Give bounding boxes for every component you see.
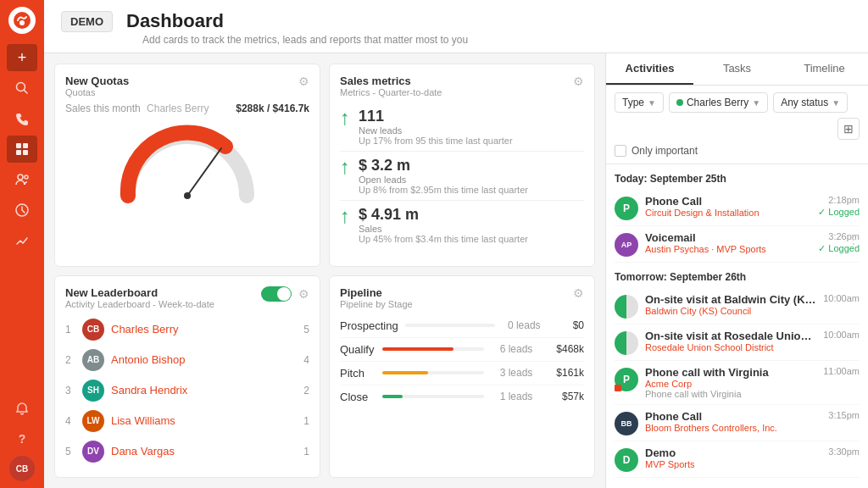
lb-name-2[interactable]: Sandra Hendrix: [111, 384, 297, 396]
lb-score-4: 1: [303, 446, 309, 458]
pipeline-bar-1: [382, 347, 453, 351]
activity-company-2[interactable]: Baldwin City (KS) Council: [645, 306, 816, 316]
user-filter-button[interactable]: Charles Berry ▼: [669, 92, 768, 113]
activity-company-6[interactable]: MVP Sports: [645, 459, 821, 469]
pipeline-row-1: Qualify 6 leads $468k: [340, 338, 584, 362]
important-filter[interactable]: Only important: [615, 145, 860, 157]
activity-details-0: Phone Call Circuit Design & Installation: [645, 195, 811, 218]
leaderboard-toggle[interactable]: [261, 286, 292, 302]
activity-company-3[interactable]: Rosedale Union School District: [645, 342, 816, 352]
metric-change-1: Up 8% from $2.95m this time last quarter: [359, 185, 528, 195]
pipeline-row-2: Pitch 3 leads $161k: [340, 362, 584, 385]
activity-company-5[interactable]: Bloom Brothers Controllers, Inc.: [645, 423, 821, 433]
lb-name-0[interactable]: Charles Berry: [111, 323, 297, 336]
type-filter-button[interactable]: Type ▼: [615, 92, 664, 113]
status-filter-button[interactable]: Any status ▼: [773, 92, 848, 113]
metric-value-0: 111: [359, 108, 513, 125]
pipeline-leads-1: 6 leads: [491, 343, 542, 355]
type-filter-label: Type: [622, 97, 644, 108]
leaderboard-title: New Leaderboard: [65, 286, 214, 299]
sidebar-icon-reports[interactable]: [7, 227, 37, 254]
sidebar-icon-phone[interactable]: [7, 105, 37, 132]
activity-name-0: Phone Call: [645, 195, 811, 208]
list-item: 2 AB Antonio Bishop 4: [65, 345, 309, 375]
list-item: 5 DV Dana Vargas 1: [65, 436, 309, 467]
activity-company-1[interactable]: Austin Psychas · MVP Sports: [645, 244, 811, 254]
pipeline-bar-container-1: [382, 347, 484, 351]
activity-item-2: On-site visit at Baldwin City (KS) ... B…: [615, 288, 860, 324]
sidebar-icon-dashboard[interactable]: [7, 136, 37, 163]
quotas-gear-icon[interactable]: ⚙: [298, 75, 309, 88]
metric-sales: ↑ $ 4.91 m Sales Up 45% from $3.4m this …: [340, 201, 584, 249]
pipeline-gear-icon[interactable]: ⚙: [573, 286, 584, 300]
header: DEMO Dashboard Add cards to track the me…: [44, 0, 868, 53]
activity-icon-0: P: [615, 197, 638, 220]
sidebar-icon-add[interactable]: +: [7, 44, 37, 71]
pipeline-row-0: Prospecting 0 leads $0: [340, 314, 584, 338]
user-avatar[interactable]: CB: [9, 456, 35, 481]
activity-company-0[interactable]: Circuit Design & Installation: [645, 208, 811, 218]
pipeline-bar-container-2: [382, 371, 484, 374]
activity-company-4[interactable]: Acme Corp: [645, 379, 816, 389]
activity-meta-4: 11:00am: [823, 366, 860, 376]
sidebar-icon-notifications[interactable]: [7, 395, 37, 422]
sidebar-icon-search[interactable]: [7, 75, 37, 102]
activity-meta-5: 3:15pm: [828, 410, 860, 420]
user-chevron-icon: ▼: [752, 98, 760, 108]
arrow-up-icon-1: ↑: [340, 157, 350, 177]
pipeline-stage-2: Pitch: [340, 367, 376, 380]
metric-value-1: $ 3.2 m: [359, 157, 528, 175]
leaderboard-gear-icon[interactable]: ⚙: [298, 287, 309, 301]
tomorrow-header: Tomorrow: September 26th: [615, 263, 860, 288]
svg-point-1: [19, 20, 25, 25]
pipeline-subtitle: Pipeline by Stage: [340, 299, 413, 309]
sales-amount: $288k / $416.7k: [236, 103, 309, 114]
avatar: SH: [82, 380, 104, 402]
pipeline-title: Pipeline: [340, 286, 413, 299]
activity-name-5: Phone Call: [645, 410, 821, 423]
activity-details-6: Demo MVP Sports: [645, 446, 821, 469]
lb-name-4[interactable]: Dana Vargas: [111, 445, 297, 458]
app-logo[interactable]: [8, 7, 36, 34]
metrics-list: ↑ 111 New leads Up 17% from 95 this time…: [340, 103, 584, 249]
pipeline-list: Prospecting 0 leads $0 Qualify 6 leads $…: [340, 314, 584, 408]
activity-note-4: Phone call with Virginia: [645, 389, 816, 399]
metric-label-0: New leads: [359, 125, 513, 136]
tab-tasks[interactable]: Tasks: [693, 53, 781, 85]
activity-details-4: Phone call with Virginia Acme Corp Phone…: [645, 366, 816, 399]
activity-time-6: 3:30pm: [828, 446, 860, 457]
grid-view-button[interactable]: ⊞: [837, 118, 860, 140]
sidebar-icon-people[interactable]: [7, 166, 37, 193]
activity-icon-6: D: [615, 448, 638, 472]
lb-name-3[interactable]: Lisa Williams: [111, 414, 297, 427]
activity-time-2: 10:00am: [823, 293, 860, 303]
leaderboard-list: 1 CB Charles Berry 5 2 AB Antonio Bishop…: [65, 314, 309, 467]
arrow-up-icon-2: ↑: [340, 206, 350, 226]
pipeline-amount-0: $0: [547, 319, 584, 331]
activity-name-4: Phone call with Virginia: [645, 366, 816, 379]
more-icon-1[interactable]: ⋮: [848, 233, 860, 247]
metric-label-2: Sales: [359, 224, 528, 234]
activity-time-4: 11:00am: [823, 366, 860, 376]
svg-point-9: [25, 175, 28, 179]
content-area: New Quotas Quotas ⚙ Sales this month Cha…: [44, 53, 868, 488]
activity-item-0: P Phone Call Circuit Design & Installati…: [615, 190, 860, 226]
pipeline-card: Pipeline Pipeline by Stage ⚙ Prospecting…: [329, 275, 595, 479]
activity-details-1: Voicemail Austin Psychas · MVP Sports: [645, 231, 811, 254]
thu-header: Thu, September 27th: [615, 478, 860, 488]
list-item: 1 CB Charles Berry 5: [65, 314, 309, 345]
sidebar-icon-chart[interactable]: [7, 197, 37, 224]
gauge-container: [65, 119, 309, 204]
svg-line-11: [187, 148, 221, 196]
sales-metrics-title: Sales metrics: [340, 75, 442, 87]
sidebar-icon-help[interactable]: ?: [7, 425, 37, 452]
important-checkbox-input[interactable]: [615, 145, 626, 157]
pipeline-bar-3: [382, 395, 403, 398]
activity-meta-2: 10:00am: [823, 293, 860, 303]
tab-timeline[interactable]: Timeline: [781, 53, 868, 85]
bottom-cards-row: New Leaderboard Activity Leaderboard - W…: [54, 275, 595, 479]
top-cards-row: New Quotas Quotas ⚙ Sales this month Cha…: [54, 64, 595, 267]
lb-name-1[interactable]: Antonio Bishop: [111, 353, 297, 366]
tab-activities[interactable]: Activities: [606, 53, 693, 85]
sales-metrics-gear-icon[interactable]: ⚙: [573, 75, 584, 88]
